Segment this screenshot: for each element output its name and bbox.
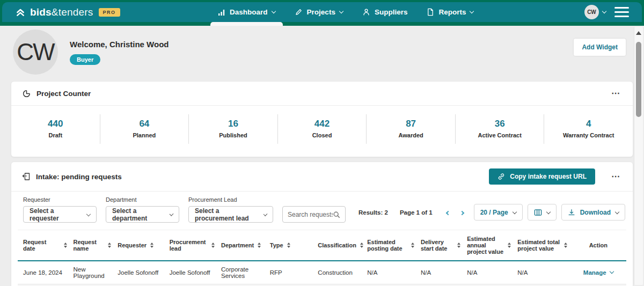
page-title: Welcome, Christine Wood [70, 40, 169, 49]
card-title: Intake: pending requests [36, 173, 122, 181]
sort-icon [287, 243, 290, 248]
manage-button[interactable]: Manage [574, 269, 623, 276]
chevron-down-icon [86, 211, 91, 216]
chevron-down-icon [169, 212, 173, 216]
procurement-lead-filter: Procurement Lead Select a procurement le… [188, 196, 273, 223]
sort-icon [64, 243, 67, 248]
column-header-department[interactable]: Department [218, 230, 267, 261]
copy-intake-request-url-button[interactable]: Copy intake request URL [489, 168, 595, 185]
nav-right-cluster: CW [584, 5, 629, 19]
department-select[interactable]: Select a department [106, 206, 179, 223]
department-filter: Department Select a department [106, 196, 179, 223]
intake-table-wrap: Request date Request name Requester Proc… [11, 230, 633, 286]
sort-icon [258, 243, 261, 248]
user-menu[interactable]: CW [584, 5, 606, 19]
download-button[interactable]: Download [561, 204, 625, 221]
sort-icon [457, 243, 460, 248]
column-header-delivery-start-date[interactable]: Delivery start date [418, 230, 464, 261]
chevron-down-icon [615, 209, 619, 214]
project-counter-stats: 440 Draft 64 Planned 16 Published 442 Cl… [11, 106, 633, 157]
more-options-icon[interactable]: ⋯ [609, 171, 622, 182]
sort-icon [564, 243, 567, 248]
nav-item-suppliers[interactable]: Suppliers [362, 2, 408, 22]
table-header-row: Request date Request name Requester Proc… [18, 230, 626, 261]
column-header-estimated-annual-project-value[interactable]: Estimated annual project value [464, 230, 514, 261]
table-row: June 18, 2024 New Playground Joelle Sofo… [18, 261, 626, 284]
columns-icon [534, 209, 542, 216]
stat-awarded: 87 Awarded [367, 114, 456, 144]
column-header-estimated-total-project-value[interactable]: Estimated total project value [514, 230, 570, 261]
navbar: bids&tenders PRO Dashboard Proj [2, 2, 642, 22]
nav-label: Reports [438, 8, 466, 16]
avatar: CW [584, 5, 599, 19]
document-icon [427, 8, 434, 16]
column-header-requester[interactable]: Requester [114, 230, 166, 261]
column-header-request-date[interactable]: Request date [18, 230, 70, 261]
brand-name: bids&tenders [30, 6, 93, 18]
stat-warranty-contract: 4 Warranty Contract [544, 114, 633, 144]
sort-icon [211, 243, 215, 248]
intake-filters-row: Requester Select a requester Department … [11, 192, 633, 230]
results-count: Results: 2 [358, 209, 388, 216]
nav-label: Projects [307, 8, 335, 16]
per-page-select[interactable]: 20 / Page [474, 204, 523, 221]
intake-requests-table: Request date Request name Requester Proc… [18, 230, 626, 286]
search-input[interactable] [288, 211, 333, 218]
intake-pending-requests-card: Intake: pending requests Copy intake req… [11, 162, 633, 286]
download-icon [568, 209, 575, 216]
role-badge: Buyer [70, 54, 100, 65]
column-header-procurement-lead[interactable]: Procurement lead [166, 230, 218, 261]
page-scrollbar[interactable] [634, 27, 643, 285]
double-chevron-up-icon [15, 7, 26, 18]
requester-filter: Requester Select a requester [23, 196, 97, 223]
page-indicator: Page 1 of 1 [400, 209, 433, 216]
nav-item-dashboard[interactable]: Dashboard [218, 2, 275, 22]
requester-select[interactable]: Select a requester [23, 206, 97, 223]
main-navigation: Dashboard Projects Suppliers [218, 2, 473, 22]
pie-chart-icon [22, 89, 31, 98]
hamburger-menu-icon[interactable] [614, 5, 629, 19]
more-options-icon[interactable]: ⋯ [609, 88, 622, 99]
stat-closed: 442 Closed [278, 114, 367, 144]
column-header-type[interactable]: Type [267, 230, 315, 261]
project-counter-card: Project Counter ⋯ 440 Draft 64 Planned 1… [11, 81, 633, 157]
stat-active-contract: 36 Active Contract [456, 114, 545, 144]
add-widget-button[interactable]: Add Widget [574, 39, 626, 56]
nav-label: Suppliers [375, 8, 408, 16]
next-page-button[interactable] [455, 206, 469, 218]
intake-header: Intake: pending requests Copy intake req… [11, 162, 633, 192]
pencil-icon [295, 8, 303, 16]
nav-item-projects[interactable]: Projects [295, 2, 343, 22]
columns-toggle-button[interactable] [528, 204, 557, 221]
stat-planned: 64 Planned [100, 114, 189, 144]
chevron-down-icon [470, 9, 474, 13]
project-counter-header: Project Counter ⋯ [11, 82, 633, 106]
welcome-info: Welcome, Christine Wood Buyer [70, 40, 169, 65]
chevron-down-icon [264, 212, 268, 216]
card-title: Project Counter [36, 90, 91, 98]
column-header-estimated-posting-date[interactable]: Estimated posting date [364, 230, 418, 261]
chevron-down-icon [609, 269, 613, 274]
table-row: June 10, 2024 Widgets Gord Sears Not sur… [18, 284, 626, 286]
column-header-action: Action [570, 230, 626, 261]
chevron-down-icon [512, 209, 516, 214]
chevron-down-icon [546, 209, 550, 214]
procurement-lead-select[interactable]: Select a procurement lead [188, 206, 273, 223]
top-nav: bids&tenders PRO Dashboard Proj [0, 0, 644, 26]
scroll-up-arrow[interactable] [636, 31, 641, 35]
column-header-classification[interactable]: Classification [314, 230, 364, 261]
list-controls: Results: 2 Page 1 of 1 20 / Page [358, 204, 625, 221]
avatar: CW [13, 30, 58, 75]
search-requests-box [282, 206, 346, 223]
bar-chart-icon [218, 9, 225, 16]
document-export-icon [22, 172, 31, 181]
previous-page-button[interactable] [441, 206, 455, 218]
column-header-request-name[interactable]: Request name [70, 230, 115, 261]
nav-item-reports[interactable]: Reports [427, 2, 473, 22]
link-icon [497, 173, 505, 180]
scrollbar-thumb[interactable] [636, 42, 641, 117]
stat-published: 16 Published [189, 114, 278, 144]
sort-icon [411, 243, 414, 248]
brand-logo[interactable]: bids&tenders PRO [15, 6, 120, 18]
chevron-down-icon [602, 9, 606, 13]
